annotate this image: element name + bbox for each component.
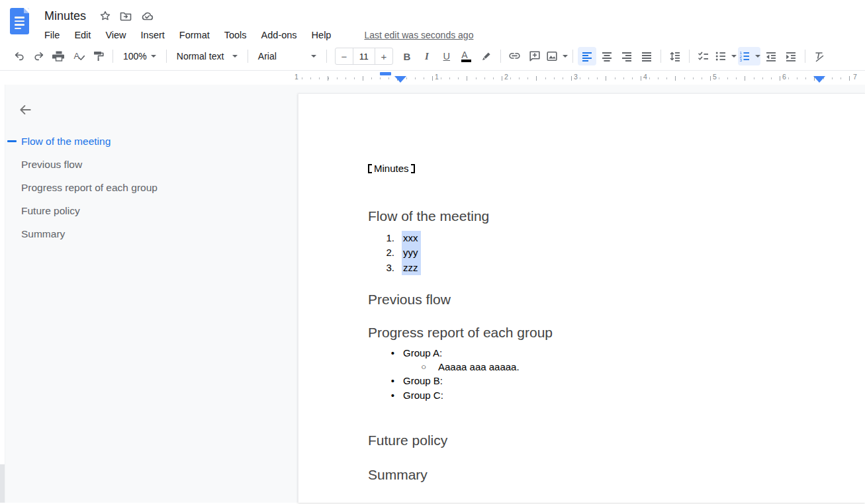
insert-image-button[interactable]	[545, 47, 568, 65]
move-folder-icon[interactable]	[119, 10, 132, 22]
cloud-status-icon[interactable]	[140, 10, 154, 22]
last-edit-status[interactable]: Last edit was seconds ago	[364, 30, 473, 40]
left-indent-marker[interactable]	[394, 76, 406, 83]
bulleted-list-button[interactable]	[714, 47, 737, 65]
align-right-button[interactable]	[617, 47, 636, 65]
menu-edit[interactable]: Edit	[74, 30, 91, 40]
document-title[interactable]: Minutes	[44, 9, 86, 23]
menu-help[interactable]: Help	[312, 30, 332, 40]
google-docs-app: Minutes File Edit View Insert Format Too…	[0, 0, 865, 504]
ruler[interactable]: 1 1 2 3 4 5 6 7	[0, 71, 865, 85]
outline-item-flow-of-the-meeting[interactable]: Flow of the meeting	[21, 130, 298, 153]
page-background: Minutes Flow of the meeting 1. xxx 2. yy…	[298, 85, 865, 503]
numbered-list-button[interactable]: 123	[738, 47, 760, 65]
selected-text: xxx	[402, 231, 421, 245]
ruler-number: 5	[711, 73, 719, 81]
list-text: Group C:	[403, 388, 443, 402]
paragraph-style-value: Normal text	[177, 51, 224, 62]
checklist-button[interactable]	[694, 47, 713, 65]
docs-logo-icon[interactable]	[10, 8, 29, 34]
close-outline-button[interactable]	[18, 102, 34, 118]
content-area: Flow of the meeting Previous flow Progre…	[0, 85, 865, 503]
decrease-indent-button[interactable]	[762, 47, 780, 65]
toolbar-separator	[326, 50, 327, 63]
menu-bar: File Edit View Insert Format Tools Add-o…	[44, 26, 473, 44]
header-text: Minutes File Edit View Insert Format Too…	[44, 7, 473, 44]
toolbar-separator	[113, 50, 113, 63]
increase-indent-button[interactable]	[782, 47, 800, 65]
doc-heading-future[interactable]: Future policy	[368, 432, 839, 449]
chevron-down-icon	[755, 55, 760, 58]
insert-link-button[interactable]	[506, 47, 524, 65]
justify-button[interactable]	[637, 47, 656, 65]
star-icon[interactable]	[99, 10, 111, 22]
font-size-increase-button[interactable]: +	[375, 48, 392, 64]
text-color-button[interactable]: A	[457, 47, 476, 65]
menu-addons[interactable]: Add-ons	[261, 30, 297, 40]
list-number: 3.	[368, 261, 394, 275]
list-item[interactable]: • Group B:	[368, 374, 839, 388]
clear-formatting-button[interactable]	[810, 47, 829, 65]
align-center-button[interactable]	[598, 47, 616, 65]
outline-item-previous-flow[interactable]: Previous flow	[21, 153, 298, 176]
menu-file[interactable]: File	[44, 30, 60, 40]
paragraph-style-select[interactable]: Normal text	[171, 47, 243, 65]
list-item[interactable]: • Group C:	[368, 388, 839, 402]
selected-text: zzz	[402, 261, 421, 275]
scrollbar-thumb[interactable]	[0, 464, 5, 503]
font-family-select[interactable]: Arial	[253, 47, 322, 65]
toolbar-separator	[248, 50, 248, 63]
toolbar-separator	[805, 50, 805, 63]
outline-scrollbar[interactable]	[0, 85, 5, 503]
highlight-color-button[interactable]	[477, 47, 496, 65]
ruler-number: 1	[433, 73, 441, 81]
zoom-value: 100%	[123, 51, 147, 62]
text-color-icon: A	[461, 51, 471, 62]
spellcheck-button[interactable]: A	[69, 47, 88, 65]
doc-heading-summary[interactable]: Summary	[368, 466, 839, 483]
font-size-decrease-button[interactable]: −	[336, 48, 353, 64]
chevron-down-icon	[563, 55, 568, 58]
menu-format[interactable]: Format	[179, 30, 210, 40]
paint-format-button[interactable]	[89, 47, 108, 65]
doc-heading-previous[interactable]: Previous flow	[368, 291, 839, 308]
italic-button[interactable]: I	[418, 47, 436, 65]
add-comment-button[interactable]	[525, 47, 544, 65]
outline-item-progress-report[interactable]: Progress report of each group	[21, 176, 298, 199]
list-item[interactable]: 3. zzz	[368, 261, 839, 275]
zoom-select[interactable]: 100%	[118, 47, 161, 65]
document-page[interactable]: Minutes Flow of the meeting 1. xxx 2. yy…	[298, 93, 865, 503]
list-number: 2.	[368, 245, 394, 260]
menu-insert[interactable]: Insert	[141, 30, 165, 40]
header: Minutes File Edit View Insert Format Too…	[0, 0, 865, 42]
list-item[interactable]: 2. yyy	[368, 245, 839, 260]
print-button[interactable]	[50, 47, 68, 65]
menu-view[interactable]: View	[105, 30, 126, 40]
right-indent-marker[interactable]	[813, 76, 825, 83]
undo-button[interactable]	[10, 47, 28, 65]
toolbar-separator	[500, 50, 501, 63]
underline-button[interactable]: U	[437, 47, 456, 65]
first-line-indent-marker[interactable]	[380, 72, 391, 75]
list-item[interactable]: ○ Aaaaa aaa aaaaa.	[368, 360, 839, 374]
toolbar-separator	[572, 50, 573, 63]
align-left-button[interactable]	[578, 47, 596, 65]
outline-item-summary[interactable]: Summary	[21, 222, 298, 245]
outline-list: Flow of the meeting Previous flow Progre…	[18, 130, 298, 245]
redo-button[interactable]	[30, 47, 48, 65]
doc-heading-progress[interactable]: Progress report of each group	[368, 324, 839, 341]
doc-tag-line[interactable]: Minutes	[368, 162, 839, 175]
menu-tools[interactable]: Tools	[224, 30, 247, 40]
svg-text:3: 3	[739, 58, 742, 62]
list-text: Aaaaa aaa aaaaa.	[438, 360, 520, 374]
bold-button[interactable]: B	[398, 47, 416, 65]
list-number: 1.	[368, 231, 394, 245]
list-item[interactable]: • Group A:	[368, 346, 839, 360]
outline-item-future-policy[interactable]: Future policy	[21, 199, 298, 222]
list-item[interactable]: 1. xxx	[368, 231, 839, 245]
doc-bullet-list: • Group A: ○ Aaaaa aaa aaaaa. • Group B:…	[368, 346, 839, 402]
doc-heading-flow[interactable]: Flow of the meeting	[368, 208, 839, 225]
font-size-input[interactable]: 11	[353, 48, 375, 64]
document-outline: Flow of the meeting Previous flow Progre…	[0, 85, 298, 503]
line-spacing-button[interactable]	[666, 47, 684, 65]
